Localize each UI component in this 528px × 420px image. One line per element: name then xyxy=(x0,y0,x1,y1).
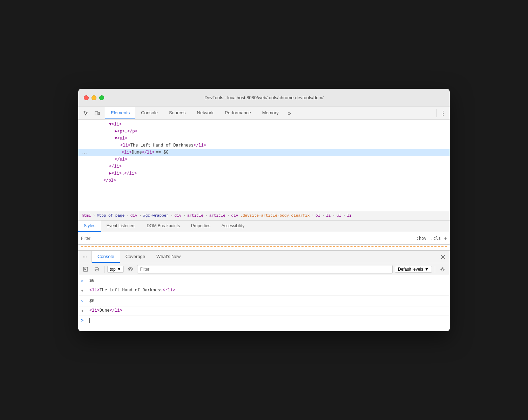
title-bar: DevTools - localhost:8080/web/tools/chro… xyxy=(78,89,450,107)
breadcrumb-li1[interactable]: li xyxy=(325,213,331,218)
breadcrumb-div2[interactable]: div xyxy=(174,213,182,218)
console-execute-button[interactable] xyxy=(81,265,90,274)
console-separator xyxy=(104,266,104,273)
drawer-tab-coverage[interactable]: Coverage xyxy=(120,251,151,263)
console-toolbar: top ▼ Default levels ▼ xyxy=(78,263,450,275)
console-separator2 xyxy=(435,266,435,273)
dom-line[interactable]: ▼<ul> xyxy=(78,135,450,142)
devtools-menu-button[interactable]: ⋮ xyxy=(436,107,450,119)
console-output-text: <li>The Left Hand of Darkness</li> xyxy=(89,287,447,294)
console-level-selector[interactable]: Default levels ▼ xyxy=(395,266,432,273)
devtools-toolbar: Elements Console Sources Network Perform… xyxy=(78,107,450,120)
drawer-tab-whats-new[interactable]: What's New xyxy=(151,251,186,263)
minimize-button[interactable] xyxy=(92,95,96,100)
devtools-window: DevTools - localhost:8080/web/tools/chro… xyxy=(78,89,450,331)
svg-point-3 xyxy=(84,256,85,257)
console-context-selector[interactable]: top ▼ xyxy=(107,266,124,273)
console-input-arrow: > xyxy=(81,317,87,324)
console-input-line[interactable]: > xyxy=(78,316,450,325)
tab-sources[interactable]: Sources xyxy=(163,107,191,119)
svg-point-8 xyxy=(442,268,444,270)
filter-buttons: :hov .cls + xyxy=(417,236,447,241)
console-input-field[interactable] xyxy=(89,317,90,324)
console-content: > $0 ◄ <li>The Left Hand of Darkness</li… xyxy=(78,275,450,331)
tab-performance[interactable]: Performance xyxy=(219,107,256,119)
inspect-icon[interactable] xyxy=(81,108,91,118)
svg-point-7 xyxy=(129,268,131,270)
dom-tag: </ul> xyxy=(115,156,127,163)
breadcrumb-top-of-page[interactable]: #top_of_page xyxy=(96,213,125,218)
breadcrumb-ul[interactable]: ul xyxy=(336,213,342,218)
console-filter-input[interactable] xyxy=(137,265,393,273)
tab-properties[interactable]: Properties xyxy=(185,221,216,232)
level-arrow: ▼ xyxy=(425,267,429,272)
tab-memory[interactable]: Memory xyxy=(257,107,284,119)
console-output-text: <li>Dune</li> xyxy=(89,307,447,314)
maximize-button[interactable] xyxy=(99,95,104,100)
console-settings-button[interactable] xyxy=(438,265,447,274)
ellipsis-marker: ... xyxy=(81,149,88,156)
tab-styles[interactable]: Styles xyxy=(78,221,101,232)
styles-dashed-area xyxy=(78,245,450,250)
dom-line[interactable]: </ol> xyxy=(78,177,450,184)
context-arrow: ▼ xyxy=(117,267,121,272)
dom-tag: ►<li>…</li> xyxy=(109,170,137,177)
console-output-text: $0 xyxy=(89,277,447,284)
console-return-arrow: ◄ xyxy=(81,308,87,315)
dom-line[interactable]: ►<p>…</p> xyxy=(78,128,450,135)
more-tabs-button[interactable]: » xyxy=(284,107,295,119)
drawer-tab-console[interactable]: Console xyxy=(92,251,120,263)
console-prompt-arrow: > xyxy=(81,298,87,305)
drawer-close-button[interactable] xyxy=(436,251,450,263)
close-button[interactable] xyxy=(84,95,89,100)
console-entry: ◄ <li>The Left Hand of Darkness</li> xyxy=(78,286,450,296)
tab-dom-breakpoints[interactable]: DOM Breakpoints xyxy=(141,221,185,232)
breadcrumb-html[interactable]: html xyxy=(81,213,92,218)
console-eye-button[interactable] xyxy=(126,265,135,274)
device-mode-icon[interactable] xyxy=(92,108,102,118)
dom-text: Dune xyxy=(132,149,142,156)
breadcrumb-class[interactable]: .devsite-article-body.clearfix xyxy=(239,213,310,218)
context-label: top xyxy=(110,267,116,272)
tab-event-listeners[interactable]: Event Listeners xyxy=(101,221,141,232)
breadcrumb-article2[interactable]: article xyxy=(209,213,226,218)
console-cursor xyxy=(89,318,90,323)
devtools-container: Elements Console Sources Network Perform… xyxy=(78,107,450,331)
breadcrumb-article1[interactable]: article xyxy=(187,213,204,218)
console-entry: ◄ <li>Dune</li> xyxy=(78,306,450,316)
svg-rect-0 xyxy=(95,111,98,115)
dom-line[interactable]: ▼<li> xyxy=(78,121,450,128)
breadcrumb-div1[interactable]: div xyxy=(130,213,138,218)
breadcrumb-ol[interactable]: ol xyxy=(315,213,321,218)
dom-tag: </li> xyxy=(142,149,155,156)
tab-console[interactable]: Console xyxy=(135,107,163,119)
dom-line[interactable]: ►<li>…</li> xyxy=(78,170,450,177)
styles-filter-input[interactable] xyxy=(81,236,414,241)
console-entry: > $0 xyxy=(78,277,450,286)
console-prompt-arrow: > xyxy=(81,278,87,285)
cls-button[interactable]: .cls xyxy=(431,236,441,241)
dom-line[interactable]: </li> xyxy=(78,163,450,170)
styles-tabs-bar: Styles Event Listeners DOM Breakpoints P… xyxy=(78,221,450,232)
svg-point-4 xyxy=(86,256,87,257)
add-style-button[interactable]: + xyxy=(444,236,447,241)
window-title: DevTools - localhost:8080/web/tools/chro… xyxy=(204,95,324,100)
tab-elements[interactable]: Elements xyxy=(105,107,135,119)
console-clear-button[interactable] xyxy=(92,265,101,274)
breadcrumb-div3[interactable]: div xyxy=(231,213,239,218)
dom-tag: </ol> xyxy=(103,177,116,184)
tab-accessibility[interactable]: Accessibility xyxy=(216,221,250,232)
breadcrumb-li2[interactable]: li xyxy=(346,213,352,218)
dom-dollar-zero: == $0 xyxy=(156,149,169,156)
level-label: Default levels xyxy=(398,267,423,272)
dashed-indicator xyxy=(81,246,447,247)
dom-line[interactable]: </ul> xyxy=(78,156,450,163)
drawer-menu-icon[interactable] xyxy=(78,251,92,263)
highlighted-dom-line[interactable]: ... <li>Dune</li> == $0 xyxy=(78,149,450,156)
dom-line[interactable]: <li>The Left Hand of Darkness</li> xyxy=(78,142,450,149)
breadcrumb-gc-wrapper[interactable]: #gc-wrapper xyxy=(142,213,169,218)
console-entry: > $0 xyxy=(78,297,450,306)
dom-tag: <li> xyxy=(122,149,132,156)
hov-button[interactable]: :hov xyxy=(417,236,427,241)
tab-network[interactable]: Network xyxy=(191,107,219,119)
